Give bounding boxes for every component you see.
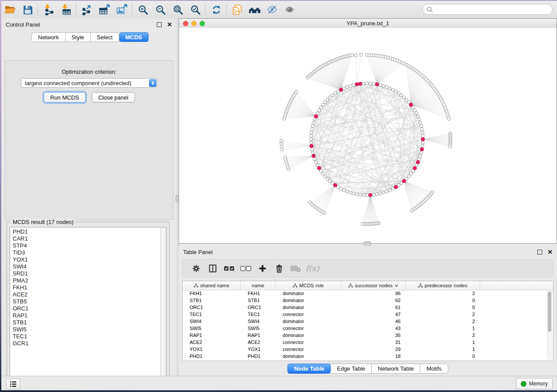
table-cell: YOX1 bbox=[183, 347, 241, 352]
delete-table-icon bbox=[287, 261, 304, 276]
column-header-name[interactable]: name bbox=[241, 281, 276, 290]
hide-panel-eye-icon[interactable] bbox=[263, 2, 281, 17]
tab-edge-table[interactable]: Edge Table bbox=[331, 364, 372, 374]
table-row[interactable]: TEC1TEC1connector472 bbox=[183, 311, 547, 318]
column-header-shared-name[interactable]: shared name bbox=[183, 281, 241, 290]
first-neighbors-icon[interactable] bbox=[246, 2, 263, 17]
column-header-predecessor-nodes[interactable]: predecessor nodes bbox=[406, 281, 480, 290]
close-panel-icon[interactable]: ✕ bbox=[167, 21, 172, 28]
export-table-icon[interactable] bbox=[96, 2, 113, 17]
close-panel-button[interactable]: Close panel bbox=[92, 92, 135, 103]
mcds-result-item[interactable]: TID3 bbox=[10, 249, 160, 256]
table-cell: PHD1 bbox=[241, 354, 276, 359]
status-bar: Memory bbox=[1, 376, 557, 390]
table-row[interactable]: STB1STB1dominator620 bbox=[183, 297, 547, 304]
mcds-result-item[interactable]: RAP1 bbox=[10, 312, 160, 319]
tab-mcds[interactable]: MCDS bbox=[119, 32, 149, 42]
table-cell: SWI4 bbox=[241, 319, 276, 324]
mcds-result-item[interactable]: SRD1 bbox=[10, 270, 160, 277]
mcds-result-list[interactable]: PHD1CAR1STP4TID3YOX1SWI4SRD1PMA2FKH1ACE2… bbox=[10, 227, 166, 382]
mcds-result-item[interactable]: STP4 bbox=[10, 242, 160, 249]
table-cell: 2 bbox=[406, 319, 480, 324]
import-table-icon[interactable] bbox=[57, 2, 75, 17]
memory-button[interactable]: Memory bbox=[516, 378, 553, 389]
zoom-out-icon[interactable] bbox=[152, 2, 169, 17]
save-session-icon[interactable] bbox=[19, 2, 36, 17]
select-all-icon[interactable] bbox=[221, 261, 238, 276]
mcds-result-item[interactable]: SWI5 bbox=[10, 326, 160, 333]
table-cell: ORC1 bbox=[241, 305, 276, 310]
close-table-panel-icon[interactable]: ✕ bbox=[547, 249, 553, 255]
refresh-icon[interactable] bbox=[208, 2, 225, 17]
column-header-successor-nodes[interactable]: successor nodes bbox=[341, 281, 406, 290]
mcds-result-item[interactable]: PMA2 bbox=[10, 277, 160, 284]
table-row[interactable]: YOX1YOX1connector291 bbox=[183, 346, 547, 353]
mcds-result-item[interactable]: STB1 bbox=[10, 319, 160, 326]
mcds-result-item[interactable]: ACE2 bbox=[10, 291, 160, 298]
memory-status-icon bbox=[521, 381, 526, 387]
function-builder-icon: f(x) bbox=[304, 261, 321, 276]
table-row[interactable]: SWI4SWI4dominator462 bbox=[183, 318, 547, 325]
table-cell: TEC1 bbox=[183, 312, 241, 317]
import-network-icon[interactable] bbox=[40, 2, 57, 17]
delete-column-trash-icon[interactable] bbox=[271, 261, 287, 276]
mcds-result-item[interactable]: TEC1 bbox=[10, 333, 160, 340]
table-cell: PHD1 bbox=[183, 354, 241, 359]
optimization-criterion-select[interactable]: largest connected component (undirected) bbox=[21, 78, 157, 88]
zoom-fit-icon[interactable] bbox=[169, 2, 187, 17]
mcds-result-item[interactable]: STB5 bbox=[10, 298, 160, 305]
table-cell: 47 bbox=[341, 312, 406, 317]
open-file-icon[interactable] bbox=[1, 2, 19, 17]
table-row[interactable]: RAP1RAP1dominator352 bbox=[183, 332, 547, 339]
task-history-button[interactable] bbox=[6, 378, 20, 389]
network-canvas[interactable] bbox=[179, 28, 557, 243]
table-row[interactable]: FKH1FKH1dominator962 bbox=[183, 290, 547, 297]
search-input[interactable] bbox=[433, 6, 549, 13]
optimization-criterion-label: Optimization criterion: bbox=[5, 69, 173, 75]
search-field[interactable] bbox=[422, 4, 553, 15]
deselect-all-icon[interactable] bbox=[238, 261, 254, 276]
zoom-in-icon[interactable] bbox=[134, 2, 152, 17]
float-table-panel-icon[interactable] bbox=[537, 250, 542, 254]
tab-motifs[interactable]: Motifs bbox=[420, 364, 448, 374]
table-cell: 35 bbox=[341, 333, 406, 338]
table-scrollbar-thumb[interactable] bbox=[548, 292, 551, 332]
table-row[interactable]: SWI5SWI5connector431 bbox=[183, 325, 547, 332]
table-cell: STB1 bbox=[183, 298, 241, 303]
select-stepper-icon bbox=[149, 79, 156, 87]
run-mcds-button[interactable]: Run MCDS bbox=[44, 92, 86, 103]
tab-network-table[interactable]: Network Table bbox=[372, 364, 420, 374]
copy-network-icon[interactable] bbox=[228, 2, 246, 17]
tab-network[interactable]: Network bbox=[31, 32, 66, 42]
table-settings-gear-icon[interactable] bbox=[188, 261, 204, 276]
table-cell: 31 bbox=[341, 340, 406, 345]
tab-node-table[interactable]: Node Table bbox=[287, 364, 331, 374]
zoom-selected-icon[interactable] bbox=[187, 2, 204, 17]
mcds-result-item[interactable]: YOX1 bbox=[10, 256, 160, 263]
table-row[interactable]: ACE2ACE2connector311 bbox=[183, 339, 547, 346]
float-panel-icon[interactable] bbox=[157, 22, 162, 27]
mcds-result-item[interactable]: ORC1 bbox=[10, 305, 160, 312]
mcds-result-item[interactable]: CAR1 bbox=[10, 235, 160, 242]
mcds-result-item[interactable]: GCR1 bbox=[10, 340, 160, 347]
export-network-icon[interactable] bbox=[78, 2, 96, 17]
mcds-result-item[interactable]: PHD1 bbox=[10, 228, 160, 235]
mcds-result-title: MCDS result (17 nodes) bbox=[10, 219, 76, 225]
show-columns-icon[interactable] bbox=[204, 261, 221, 276]
show-panel-eye-icon[interactable] bbox=[281, 2, 298, 17]
column-header-MCDS-role[interactable]: MCDS role bbox=[276, 281, 341, 290]
mcds-result-item[interactable]: SWI4 bbox=[10, 263, 160, 270]
tab-select[interactable]: Select bbox=[91, 32, 119, 42]
toolbar-separator bbox=[132, 3, 133, 16]
table-cell: 46 bbox=[341, 319, 406, 324]
table-row[interactable]: ORC1ORC1dominator610 bbox=[183, 304, 547, 311]
table-row[interactable]: PHD1PHD1dominator180 bbox=[183, 353, 547, 360]
table-scrollbar[interactable] bbox=[547, 291, 552, 360]
mcds-list-scrollbar[interactable] bbox=[160, 227, 166, 382]
mcds-result-item[interactable]: FKH1 bbox=[10, 284, 160, 291]
tab-style[interactable]: Style bbox=[66, 32, 91, 42]
mcds-result-group: MCDS result (17 nodes) PHD1CAR1STP4TID3Y… bbox=[7, 222, 170, 385]
add-column-icon[interactable] bbox=[254, 261, 271, 276]
table-cell: 62 bbox=[341, 298, 406, 303]
export-image-icon[interactable] bbox=[113, 2, 131, 17]
